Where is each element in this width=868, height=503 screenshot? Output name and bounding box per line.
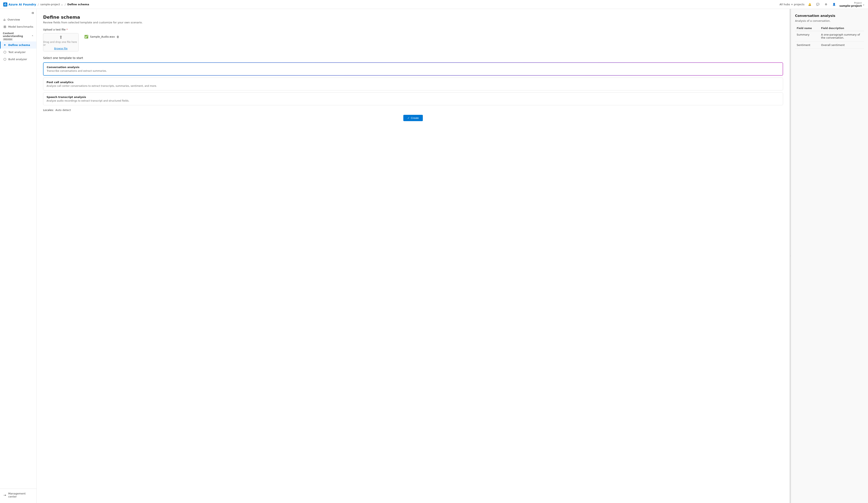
topbar-right: All hubs + projects 🔔 💬 ⚙ 👤 Project samp… [779, 2, 865, 7]
define-schema-label: Define schema [8, 43, 30, 47]
upload-section-label: Upload a test file * [43, 28, 783, 31]
settings-icon[interactable]: ⚙ [823, 2, 829, 7]
sidebar-item-test-analyzer[interactable]: ⬡ Test analyzer [0, 49, 37, 56]
create-label: Create [411, 116, 419, 120]
required-star: * [66, 28, 68, 31]
upload-row: ⬆ Drag and drop one file here or Browse … [43, 33, 783, 51]
build-analyzer-label: Build analyzer [8, 58, 27, 61]
topbar: Azure AI Foundry / sample-project ⌄ / De… [0, 0, 868, 9]
col-field-name: Field name [795, 25, 819, 31]
panel-table-row: SentimentOverall sentiment [795, 41, 864, 49]
footer-bar: ✓ Create [43, 112, 783, 124]
project-info: Project sample-project [839, 2, 862, 7]
locales-value: Auto detect [55, 109, 71, 112]
sidebar-item-model-benchmarks[interactable]: ⊞ Model benchmarks [0, 23, 37, 30]
chat-icon[interactable]: 💬 [815, 2, 821, 7]
field-desc-0: A one-paragraph summary of the conversat… [819, 31, 864, 41]
app-body: ⊟ ⌂ Overview ⊞ Model benchmarks Content … [0, 9, 868, 503]
template-desc-2: Analyze audio recordings to extract tran… [46, 99, 779, 102]
sidebar-item-define-schema[interactable]: ✦ Define schema [0, 41, 37, 49]
right-panel: Conversation analysis Analysis of a conv… [791, 9, 868, 503]
collapse-icon: ⊟ [32, 11, 34, 14]
upload-cloud-icon: ⬆ [59, 35, 63, 40]
drop-text: Drag and drop one file here or [43, 41, 79, 46]
sidebar-item-management-center[interactable]: → Management center [0, 490, 37, 500]
test-analyzer-icon: ⬡ [3, 50, 6, 54]
template-title-0: Conversation analysis [47, 66, 779, 69]
breadcrumb-sep-1: / [38, 3, 39, 6]
sidebar-section-content-understanding: Content understanding PREVIEW ⌃ [0, 30, 37, 41]
template-desc-1: Analyze call center conversations to ext… [46, 84, 779, 88]
file-name: Sample_Audio.wav [90, 35, 115, 38]
svg-point-1 [5, 5, 6, 6]
page-title: Define schema [43, 14, 783, 20]
breadcrumb-current: Define schema [67, 3, 89, 6]
breadcrumb-project[interactable]: sample-project ⌄ [40, 3, 63, 6]
template-card-post-call-analytics[interactable]: Post call analytics Analyze call center … [43, 78, 783, 91]
locales-row: Locales: Auto detect [43, 109, 783, 112]
sidebar-bottom: → Management center [0, 489, 37, 501]
file-delete-button[interactable]: 🗑 [116, 35, 119, 38]
define-schema-icon: ✦ [3, 43, 6, 47]
template-desc-0: Transcribe conversations and extract sum… [47, 70, 779, 72]
template-card-conversation-analysis[interactable]: Conversation analysis Transcribe convers… [43, 62, 783, 75]
topbar-left: Azure AI Foundry / sample-project ⌄ / De… [3, 2, 89, 7]
panel-subtitle: Analysis of a conversation. [795, 19, 864, 22]
chevron-down-icon: ⌄ [862, 3, 865, 6]
col-field-desc: Field description [819, 25, 864, 31]
uploaded-file: ✅ Sample_Audio.wav 🗑 [82, 33, 122, 40]
panel-title: Conversation analysis [795, 14, 864, 18]
notification-icon[interactable]: 🔔 [807, 2, 813, 7]
template-title-1: Post call analytics [46, 81, 779, 84]
azure-ai-foundry-logo [3, 2, 7, 7]
breadcrumb-sep-2: / [65, 3, 66, 6]
brand-name: Azure AI Foundry [9, 3, 36, 6]
section-label: Content understanding [3, 32, 31, 38]
test-analyzer-label: Test analyzer [8, 51, 25, 54]
user-icon[interactable]: 👤 [831, 2, 837, 7]
template-card-speech-transcript-analysis[interactable]: Speech transcript analysis Analyze audio… [43, 92, 783, 105]
field-name-0: Summary [795, 31, 819, 41]
select-template-title: Select one template to start [43, 56, 783, 60]
project-label: Project [854, 2, 862, 4]
create-checkmark-icon: ✓ [407, 116, 410, 120]
project-name: sample-project [839, 4, 862, 7]
content-area: Define schema Review fields from selecte… [37, 9, 789, 503]
section-collapse-icon[interactable]: ⌃ [31, 35, 33, 38]
sidebar-collapse-btn[interactable]: ⊟ [0, 11, 37, 16]
brand-logo-area[interactable]: Azure AI Foundry [3, 2, 36, 7]
svg-rect-0 [3, 2, 7, 7]
sidebar: ⊟ ⌂ Overview ⊞ Model benchmarks Content … [0, 9, 37, 503]
management-center-label: Management center [8, 492, 33, 498]
benchmarks-label: Model benchmarks [8, 25, 33, 28]
overview-icon: ⌂ [3, 18, 6, 22]
project-selector[interactable]: Project sample-project ⌄ [839, 2, 865, 7]
template-title-2: Speech transcript analysis [46, 95, 779, 99]
overview-label: Overview [8, 18, 20, 21]
management-center-icon: → [3, 493, 6, 497]
locales-label: Locales: [43, 109, 54, 112]
panel-table-row: SummaryA one-paragraph summary of the co… [795, 31, 864, 41]
sidebar-item-build-analyzer[interactable]: ⬡ Build analyzer [0, 56, 37, 63]
preview-badge: PREVIEW [3, 38, 13, 41]
build-analyzer-icon: ⬡ [3, 57, 6, 61]
benchmarks-icon: ⊞ [3, 25, 6, 29]
all-hubs-link[interactable]: All hubs + projects [779, 3, 804, 6]
upload-drop-zone[interactable]: ⬆ Drag and drop one file here or Browse … [43, 33, 79, 51]
field-desc-1: Overall sentiment [819, 41, 864, 49]
field-name-1: Sentiment [795, 41, 819, 49]
sidebar-item-overview[interactable]: ⌂ Overview [0, 16, 37, 23]
browse-file-link[interactable]: Browse file [54, 47, 68, 50]
page-subtitle: Review fields from selected template and… [43, 21, 783, 24]
panel-table: Field name Field description SummaryA on… [795, 25, 864, 49]
file-check-icon: ✅ [84, 35, 89, 39]
create-button[interactable]: ✓ Create [403, 115, 423, 121]
main-content: Define schema Review fields from selecte… [37, 9, 868, 503]
